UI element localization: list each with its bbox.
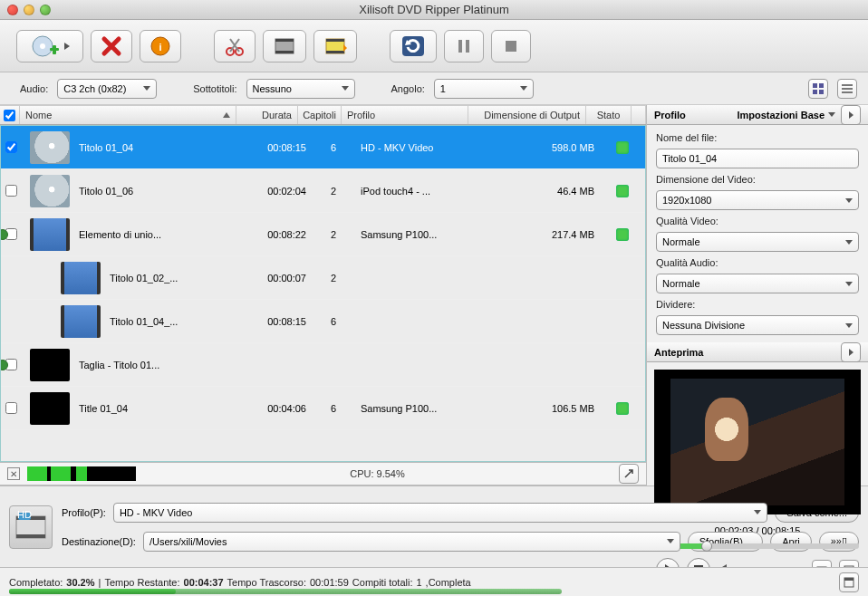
list-view-button[interactable] [837,79,857,99]
audioquality-label: Qualità Audio: [656,257,859,268]
preview-slider[interactable] [656,543,859,549]
remaining-value: 00:04:37 [184,577,224,588]
split-label: Dividere: [656,299,859,310]
split-combo[interactable]: Nessuna Divisione [656,315,859,335]
svg-point-1 [40,43,45,49]
close-cpu-button[interactable]: ✕ [7,467,20,480]
filename-input[interactable]: Titolo 01_04 [656,149,859,168]
audio-combo[interactable]: C3 2ch (0x82) [57,79,157,99]
row-profile [355,256,482,299]
table-row[interactable]: Titolo 01_0600:02:042iPod touch4 - ...46… [1,169,645,213]
videoquality-label: Qualità Video: [656,216,859,226]
progress-bar [9,589,562,594]
tab-basic-settings[interactable]: Impostazioni Base [737,110,825,120]
profile-panel-body: Nome del file: Titolo 01_04 Dimensione d… [647,125,868,342]
remaining-label: Tempo Restante: [104,577,179,588]
stop-button[interactable] [491,30,531,62]
table-row[interactable]: Titolo 01_0400:08:156HD - MKV Video598.0… [1,126,645,169]
status-tail: ,Completa [426,577,471,588]
table-row[interactable]: Titolo 01_02_...00:00:072 [1,256,645,300]
options-row: Audio: C3 2ch (0x82) Sottotitoli: Nessun… [0,72,868,105]
row-checkbox[interactable] [5,402,17,414]
status-bar: Completato: 30.2% | Tempo Restante: 00:0… [0,567,868,596]
chevron-down-icon [520,86,527,91]
preview-collapse-button[interactable] [841,342,861,362]
videosize-combo[interactable]: 1920x1080 [656,190,859,210]
completed-label: Completato: [9,577,63,588]
angle-combo[interactable]: 1 [434,79,534,99]
row-duration: 00:00:07 [250,256,312,299]
clip-button[interactable] [263,30,306,62]
chevron-down-icon [845,198,853,203]
select-all-checkbox[interactable] [4,110,15,121]
svg-rect-38 [844,578,854,581]
add-disc-button[interactable] [16,30,83,62]
status-dot-icon [616,402,629,415]
row-status [600,387,645,429]
effect-button[interactable] [313,30,357,62]
filename-label: Nome del file: [656,132,859,143]
audioquality-combo[interactable]: Normale [656,274,859,293]
destination-combo[interactable]: /Users/xili/Movies [143,532,680,552]
subtitle-combo[interactable]: Nessuno [246,79,355,99]
completed-value: 30.2% [66,577,94,588]
elapsed-value: 00:01:59 [310,577,349,588]
pause-button[interactable] [444,30,484,62]
chevron-down-icon [754,510,761,514]
chevron-down-icon [845,240,853,245]
row-size: 46.4 MB [482,169,600,212]
column-outputsize[interactable]: Dimensione di Output [468,106,586,124]
column-chapters[interactable]: Capitoli [298,106,342,124]
column-name[interactable]: Nome [20,106,236,124]
row-size: 106.5 MB [482,387,600,429]
profile-combo[interactable]: HD - MKV Video [113,503,767,523]
svg-rect-14 [326,51,344,53]
panel-collapse-button[interactable] [841,105,861,125]
info-button[interactable]: i [140,30,181,62]
row-size [482,256,600,299]
row-status [600,126,645,168]
chevron-right-icon [849,111,854,119]
column-profile[interactable]: Profilo [342,106,468,124]
cut-button[interactable] [214,30,256,62]
table-row[interactable]: Elemento di unio...00:08:222Samsung P100… [1,213,645,256]
row-duration: 00:08:15 [250,126,312,168]
svg-rect-27 [842,91,853,93]
row-chapters: 6 [312,126,355,168]
thumbnail-view-button[interactable] [808,79,828,99]
videoquality-combo[interactable]: Normale [656,232,859,252]
table-row[interactable]: Titolo 01_04_...00:08:156 [1,300,645,343]
column-status[interactable]: Stato [586,106,632,124]
svg-rect-11 [275,51,294,53]
chevron-down-icon [342,86,349,91]
svg-rect-22 [819,83,824,88]
row-size [482,343,600,386]
table-body[interactable]: Titolo 01_0400:08:156HD - MKV Video598.0… [0,125,646,462]
row-checkbox[interactable] [5,141,17,153]
svg-rect-20 [506,41,516,52]
subtitle-label: Sottotitoli: [193,83,236,94]
row-size: 217.4 MB [482,213,600,255]
table-row[interactable]: Taglia - Titolo 01... [1,343,645,387]
convert-button[interactable] [390,30,437,62]
cpu-expand-button[interactable] [619,464,639,484]
svg-rect-26 [842,88,853,90]
column-duration[interactable]: Durata [236,106,298,124]
table-row[interactable]: Title 01_0400:04:066Samsung P100...106.5… [1,387,645,430]
svg-text:HD: HD [17,511,32,520]
cpu-label: CPU: 9.54% [143,468,612,479]
row-profile: HD - MKV Video [355,126,482,168]
row-chapters: 2 [312,169,355,212]
thumbnail [61,262,101,294]
tasks-label: Compiti totali: [352,577,413,588]
row-checkbox[interactable] [5,185,17,197]
tab-profile[interactable]: Profilo [654,110,686,120]
destination-label: Destinazione(D): [62,536,136,547]
row-name: Titolo 01_04_... [110,316,178,327]
preview-label: Anteprima [654,347,703,358]
videosize-label: Dimensione del Video: [656,174,859,185]
row-name: Titolo 01_02_... [110,273,178,284]
status-toggle-button[interactable] [839,572,859,592]
profile-label: Profilo(P): [62,507,106,518]
delete-button[interactable] [91,30,132,62]
